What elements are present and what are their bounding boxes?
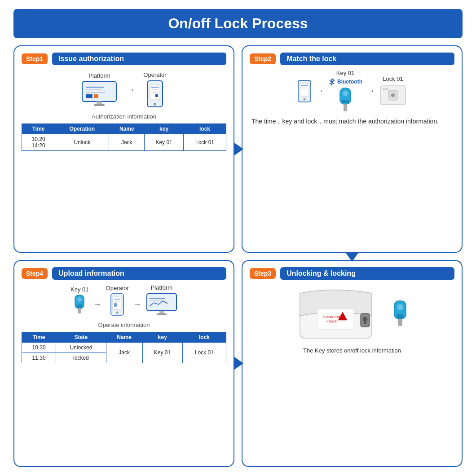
step4-arrow2: → xyxy=(133,300,141,309)
bluetooth-badge: Bluetooth xyxy=(328,78,362,85)
th-name: Name xyxy=(109,124,145,134)
td-lock: Lock 01 xyxy=(184,134,226,151)
step2-phone-group xyxy=(298,80,311,102)
svg-rect-5 xyxy=(94,94,98,98)
key-fob-icon xyxy=(337,87,353,112)
table-row-1: 10:30 Unlocked Jack Key 01 Lock 01 xyxy=(22,342,226,353)
svg-rect-4 xyxy=(86,94,93,98)
step2-title: Match the lock xyxy=(280,53,454,65)
svg-rect-31 xyxy=(78,308,81,313)
step4-to-step3-arrow xyxy=(234,357,243,370)
step4-operator-label: Operator xyxy=(106,285,129,291)
step4-key-group: Key 01 xyxy=(71,286,88,314)
platform-group: Platform xyxy=(81,72,117,107)
td4-time2: 11:30 xyxy=(22,353,56,363)
svg-point-37 xyxy=(116,311,119,313)
lock-label: Lock 01 xyxy=(383,75,403,82)
step2-devices: → Key 01 Bluetooth xyxy=(250,70,454,112)
step1-table: Time Operation Name key lock 10:2014:20 … xyxy=(22,123,226,151)
step3-key-icon xyxy=(392,300,409,327)
svg-rect-30 xyxy=(77,304,82,308)
step1-content: Platform xyxy=(22,70,226,151)
svg-point-21 xyxy=(343,91,348,96)
th4-state: State xyxy=(56,332,106,342)
td4-lock1: Lock 01 xyxy=(182,342,226,363)
td4-state1: Unlocked xyxy=(56,342,106,353)
step1-devices-row: Platform xyxy=(81,71,166,108)
svg-point-52 xyxy=(397,304,403,310)
bluetooth-icon xyxy=(328,78,335,85)
th4-time: Time xyxy=(22,332,56,342)
step4-key-label: Key 01 xyxy=(71,286,88,293)
svg-rect-33 xyxy=(113,297,122,309)
td-time: 10:2014:20 xyxy=(22,134,55,151)
svg-rect-54 xyxy=(398,319,402,326)
th-key: key xyxy=(145,124,184,134)
step4-phone-icon xyxy=(110,293,124,316)
svg-rect-6 xyxy=(97,101,102,104)
svg-rect-41 xyxy=(159,311,164,313)
step4-key-icon xyxy=(73,295,86,314)
key-fob-group: Key 01 Bluetooth xyxy=(328,70,362,112)
steps-grid: Step1 Issue authorization Platform xyxy=(13,45,463,467)
key-label: Key 01 xyxy=(336,70,354,76)
th4-key: key xyxy=(142,332,182,342)
step1-to-step2-arrow xyxy=(234,143,243,155)
td-operation: Unlock xyxy=(55,134,109,151)
step2-phone-icon xyxy=(298,80,311,102)
th4-name: Name xyxy=(106,332,142,342)
svg-point-19 xyxy=(304,98,306,100)
svg-rect-23 xyxy=(344,104,347,111)
step4-table: Time State Name key lock 10:30 Unlocked … xyxy=(22,332,226,363)
step1-box: Step1 Issue authorization Platform xyxy=(13,45,234,253)
svg-rect-0 xyxy=(82,82,116,101)
phone-icon xyxy=(146,80,163,108)
lock-box-group: Lock 01 LOCK xyxy=(379,75,406,106)
bluetooth-label: Bluetooth xyxy=(337,79,362,85)
step4-platform-group: Platform xyxy=(146,284,177,316)
step1-title: Issue authorization xyxy=(52,53,226,65)
svg-text:中国铁塔: 中国铁塔 xyxy=(326,320,337,323)
step2-box: Step2 Match the lock → xyxy=(242,45,463,253)
step3-title: Unlocking & locking xyxy=(280,267,454,280)
svg-rect-44 xyxy=(318,309,354,329)
step1-arrow: → xyxy=(125,84,135,96)
title-bar: On/off Lock Process xyxy=(13,9,463,38)
svg-point-26 xyxy=(391,93,395,97)
svg-rect-16 xyxy=(300,84,309,96)
platform-label: Platform xyxy=(88,72,110,79)
step4-box: Step4 Upload information Key 01 xyxy=(13,260,234,467)
td-key: Key 01 xyxy=(145,134,184,151)
svg-point-29 xyxy=(77,297,82,302)
step2-description: The time，key and lock，must match the aut… xyxy=(250,117,454,126)
table-row: 10:2014:20 Unlock Jack Key 01 Lock 01 xyxy=(22,134,226,151)
step4-content: Key 01 → Operator xyxy=(22,284,226,363)
page: On/off Lock Process Step1 Issue authoriz… xyxy=(0,0,476,476)
step2-content: → Key 01 Bluetooth xyxy=(250,70,454,126)
operate-info-label: Operate information xyxy=(98,322,150,328)
svg-point-14 xyxy=(154,103,156,106)
svg-rect-53 xyxy=(397,314,404,318)
td4-state2: locked xyxy=(56,353,106,363)
step1-header: Step1 Issue authorization xyxy=(22,53,226,65)
svg-rect-13 xyxy=(155,94,158,97)
svg-text:LOCK: LOCK xyxy=(382,88,388,91)
td-name: Jack xyxy=(109,134,145,151)
td4-time1: 10:30 xyxy=(22,342,56,353)
step3-description: The Key stores on/off lock information xyxy=(303,347,401,354)
step1-badge: Step1 xyxy=(22,53,48,64)
lock-image-area: CHINA TOWER 中国铁塔 xyxy=(295,284,409,343)
step4-arrow1: → xyxy=(93,300,101,309)
step4-badge: Step4 xyxy=(22,268,48,279)
svg-rect-36 xyxy=(114,303,117,307)
step2-header: Step2 Match the lock xyxy=(250,53,454,65)
svg-rect-42 xyxy=(157,313,167,315)
step4-header: Step4 Upload information xyxy=(22,267,226,280)
step3-content: CHINA TOWER 中国铁塔 xyxy=(250,284,454,354)
th-operation: Operation xyxy=(55,124,109,134)
step4-monitor-icon xyxy=(146,293,177,316)
lock-box-icon: LOCK xyxy=(379,84,406,106)
auth-info-label: Authorization information xyxy=(92,113,156,120)
step2-to-step3-arrow xyxy=(346,253,358,262)
monitor-icon xyxy=(81,81,117,107)
